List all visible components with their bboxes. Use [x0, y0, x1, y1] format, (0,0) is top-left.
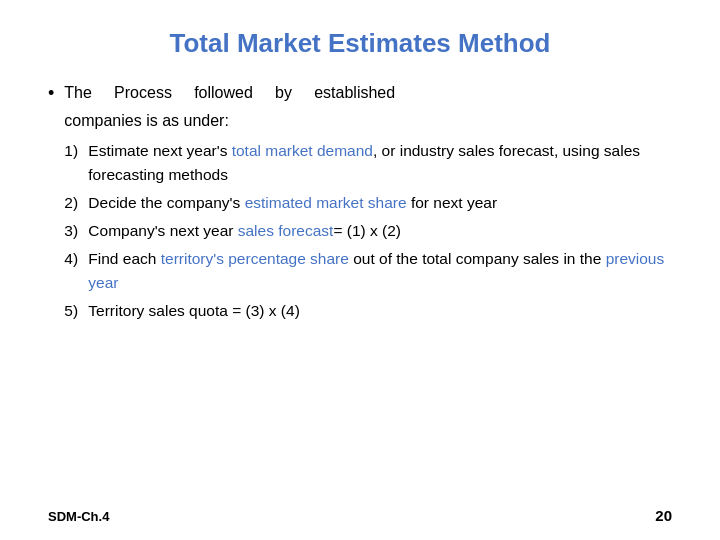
intro-line-2: companies is as under: [64, 109, 672, 133]
numbered-list: 1) Estimate next year's total market dem… [64, 139, 672, 323]
content-area: • The Process followed by established co… [48, 81, 672, 327]
highlight-sales-forecast: sales forecast [238, 222, 334, 239]
list-num-1: 1) [64, 139, 88, 163]
footer-right: 20 [655, 507, 672, 524]
list-text-5: Territory sales quota = (3) x (4) [88, 299, 672, 323]
list-num-4: 4) [64, 247, 88, 271]
list-text-3: Company's next year sales forecast= (1) … [88, 219, 672, 243]
list-item-1: 1) Estimate next year's total market dem… [64, 139, 672, 187]
list-text-2: Decide the company's estimated market sh… [88, 191, 672, 215]
highlight-total-market-demand: total market demand [232, 142, 373, 159]
list-num-3: 3) [64, 219, 88, 243]
page-title: Total Market Estimates Method [48, 28, 672, 59]
highlight-territory-percentage: territory's percentage share [161, 250, 349, 267]
list-item-5: 5) Territory sales quota = (3) x (4) [64, 299, 672, 323]
list-item-2: 2) Decide the company's estimated market… [64, 191, 672, 215]
footer-left: SDM-Ch.4 [48, 509, 109, 524]
list-item-3: 3) Company's next year sales forecast= (… [64, 219, 672, 243]
list-num-5: 5) [64, 299, 88, 323]
list-text-4: Find each territory's percentage share o… [88, 247, 672, 295]
intro-line: The Process followed by established [64, 81, 672, 105]
page-container: Total Market Estimates Method • The Proc… [0, 0, 720, 540]
list-text-1: Estimate next year's total market demand… [88, 139, 672, 187]
bullet-point: • [48, 83, 54, 104]
highlight-estimated-market-share: estimated market share [245, 194, 407, 211]
list-item-4: 4) Find each territory's percentage shar… [64, 247, 672, 295]
text-block: The Process followed by established comp… [64, 81, 672, 327]
list-num-2: 2) [64, 191, 88, 215]
